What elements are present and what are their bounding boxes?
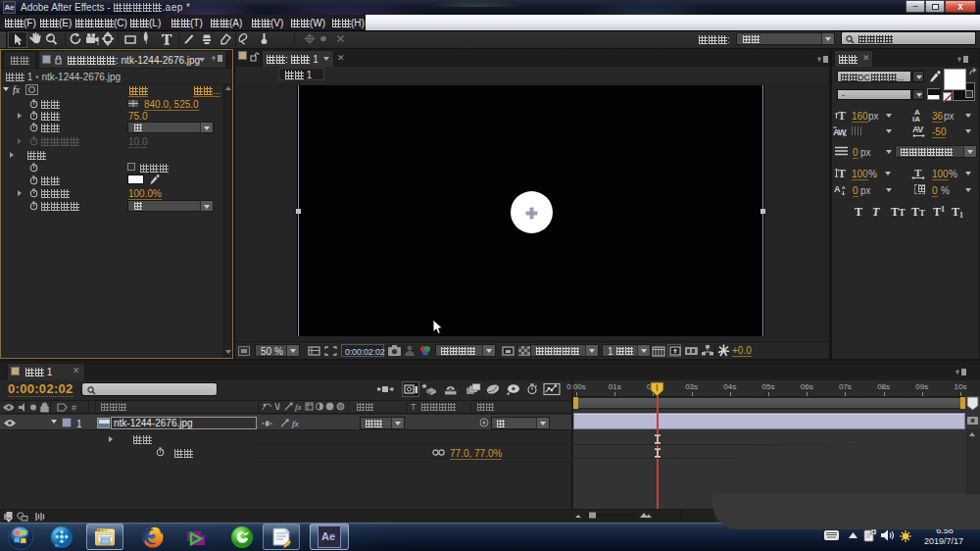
svg-text:T: T: [914, 167, 922, 178]
svg-text:a: a: [842, 184, 846, 190]
svg-text:IA: IA: [912, 115, 920, 124]
svg-text:T: T: [838, 167, 846, 180]
svg-text:fx: fx: [292, 419, 299, 428]
svg-text:A: A: [834, 184, 841, 194]
svg-text:#: #: [72, 403, 76, 413]
svg-text:AV: AV: [912, 125, 923, 134]
svg-text:fx: fx: [295, 402, 302, 412]
svg-text:T: T: [838, 109, 846, 123]
